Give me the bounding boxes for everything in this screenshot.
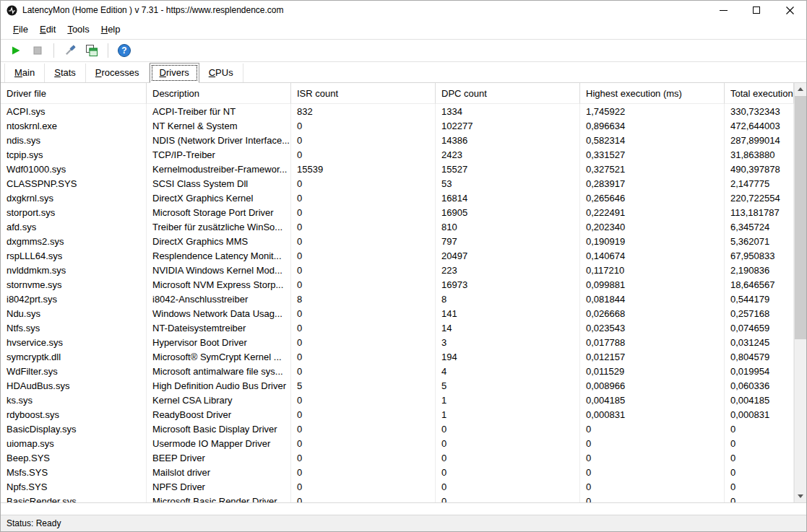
- table-row[interactable]: ACPI.sysACPI-Treiber für NT83213341,7459…: [1, 104, 794, 118]
- table-cell: 53: [436, 176, 580, 191]
- tab-processes[interactable]: Processes: [86, 64, 150, 82]
- column-header[interactable]: Total execution (ms): [725, 83, 794, 104]
- tab-stats[interactable]: Stats: [45, 64, 86, 82]
- column-header[interactable]: Highest execution (ms): [580, 83, 725, 104]
- table-cell: rdyboost.sys: [1, 407, 147, 422]
- table-cell: 0,117210: [580, 263, 725, 277]
- table-row[interactable]: i8042prt.sysi8042-Anschlusstreiber880,08…: [1, 292, 794, 306]
- table-row[interactable]: dxgkrnl.sysDirectX Graphics Kernel016814…: [1, 191, 794, 205]
- menu-item-file[interactable]: File: [7, 21, 34, 38]
- table-row[interactable]: nvlddmkm.sysNVIDIA Windows Kernel Mod...…: [1, 263, 794, 277]
- maximize-button[interactable]: [740, 1, 773, 19]
- minimize-button[interactable]: [707, 1, 740, 19]
- table-row[interactable]: ndis.sysNDIS (Network Driver Interface..…: [1, 133, 794, 147]
- menu-item-edit[interactable]: Edit: [34, 21, 61, 38]
- tab-drivers[interactable]: Drivers: [150, 63, 199, 83]
- table-cell: Npfs.SYS: [1, 479, 147, 494]
- table-row[interactable]: rdyboost.sysReadyBoost Driver010,0008310…: [1, 407, 794, 422]
- table-row[interactable]: BasicDisplay.sysMicrosoft Basic Display …: [1, 422, 794, 436]
- table-row[interactable]: WdFilter.sysMicrosoft antimalware file s…: [1, 364, 794, 378]
- stop-icon: [32, 45, 43, 56]
- drivers-table-main: Driver fileDescriptionISR countDPC count…: [1, 83, 794, 502]
- table-cell: 0,140674: [580, 248, 725, 263]
- table-cell: 0,012157: [580, 349, 725, 364]
- table-cell: Microsoft® SymCrypt Kernel ...: [147, 349, 291, 364]
- scroll-up-arrow-icon[interactable]: [795, 83, 806, 95]
- table-cell: Kernelmodustreiber-Framewor...: [147, 162, 291, 176]
- copy-report-button[interactable]: [82, 41, 101, 60]
- table-cell: 0,019954: [725, 364, 794, 378]
- table-cell: 0,081844: [580, 292, 725, 306]
- table-cell: BasicRender.sys: [1, 494, 147, 502]
- table-cell: 0: [436, 450, 580, 465]
- table-cell: 5,362071: [725, 234, 794, 248]
- table-row[interactable]: dxgmms2.sysDirectX Graphics MMS07970,190…: [1, 234, 794, 248]
- table-cell: 0: [291, 234, 436, 248]
- table-cell: 8: [436, 292, 580, 306]
- table-row[interactable]: ks.sysKernel CSA Library010,0041850,0041…: [1, 393, 794, 407]
- table-row[interactable]: Wdf01000.sysKernelmodustreiber-Framewor.…: [1, 162, 794, 176]
- table-cell: 797: [436, 234, 580, 248]
- table-cell: 0,331527: [580, 147, 725, 162]
- table-cell: 0: [291, 248, 436, 263]
- vertical-scrollbar[interactable]: [794, 83, 806, 502]
- table-cell: 16905: [436, 205, 580, 219]
- table-row[interactable]: rspLLL64.sysResplendence Latency Monit..…: [1, 248, 794, 263]
- table-cell: 0,582314: [580, 133, 725, 147]
- table-cell: 31,863880: [725, 147, 794, 162]
- help-button[interactable]: ?: [115, 41, 134, 60]
- table-cell: SCSI Class System Dll: [147, 176, 291, 191]
- table-row[interactable]: symcryptk.dllMicrosoft® SymCrypt Kernel …: [1, 349, 794, 364]
- table-row[interactable]: Beep.SYSBEEP Driver0000: [1, 450, 794, 465]
- drivers-table: Driver fileDescriptionISR countDPC count…: [1, 83, 806, 503]
- column-header[interactable]: Driver file: [1, 83, 147, 104]
- column-header[interactable]: ISR count: [291, 83, 436, 104]
- tools-button[interactable]: [61, 41, 79, 60]
- table-row[interactable]: storport.sysMicrosoft Storage Port Drive…: [1, 205, 794, 219]
- table-cell: 0: [580, 494, 725, 502]
- table-row[interactable]: tcpip.sysTCP/IP-Treiber024230,33152731,8…: [1, 147, 794, 162]
- table-cell: 0,031245: [725, 335, 794, 349]
- table-cell: 0: [436, 422, 580, 436]
- start-monitoring-button[interactable]: [7, 41, 25, 60]
- tab-main[interactable]: Main: [4, 64, 45, 82]
- stop-monitoring-button[interactable]: [28, 41, 47, 60]
- table-cell: 1334: [436, 104, 580, 118]
- table-row[interactable]: HDAudBus.sysHigh Definition Audio Bus Dr…: [1, 378, 794, 393]
- table-cell: 0: [291, 306, 436, 320]
- table-row[interactable]: BasicRender.sysMicrosoft Basic Render Dr…: [1, 494, 794, 502]
- table-row[interactable]: uiomap.sysUsermode IO Mapper Driver0000: [1, 436, 794, 450]
- table-cell: Mailslot driver: [147, 465, 291, 479]
- menu-item-tools[interactable]: Tools: [61, 21, 95, 38]
- table-row[interactable]: stornvme.sysMicrosoft NVM Express Storp.…: [1, 277, 794, 292]
- table-row[interactable]: CLASSPNP.SYSSCSI Class System Dll0530,28…: [1, 176, 794, 191]
- column-header[interactable]: DPC count: [436, 83, 580, 104]
- table-row[interactable]: Msfs.SYSMailslot driver0000: [1, 465, 794, 479]
- help-icon: ?: [117, 43, 131, 58]
- table-cell: 287,899014: [725, 133, 794, 147]
- table-cell: 0,004185: [725, 393, 794, 407]
- tab-cpus[interactable]: CPUs: [199, 64, 243, 82]
- table-cell: ks.sys: [1, 393, 147, 407]
- close-button[interactable]: [773, 1, 806, 19]
- table-cell: 0,008966: [580, 378, 725, 393]
- table-cell: dxgkrnl.sys: [1, 191, 147, 205]
- table-row[interactable]: Npfs.SYSNPFS Driver0000: [1, 479, 794, 494]
- scroll-thumb[interactable]: [795, 96, 806, 339]
- table-row[interactable]: afd.sysTreiber für zusätzliche WinSo...0…: [1, 219, 794, 234]
- menu-item-help[interactable]: Help: [95, 21, 126, 38]
- table-row[interactable]: ntoskrnl.exeNT Kernel & System01022770,8…: [1, 118, 794, 133]
- table-cell: 4: [436, 364, 580, 378]
- table-cell: Hypervisor Boot Driver: [147, 335, 291, 349]
- table-row[interactable]: Ndu.sysWindows Network Data Usag...01410…: [1, 306, 794, 320]
- column-header[interactable]: Description: [147, 83, 291, 104]
- table-cell: 2,147775: [725, 176, 794, 191]
- table-cell: Microsoft antimalware file sys...: [147, 364, 291, 378]
- table-row[interactable]: Ntfs.sysNT-Dateisystemtreiber0140,023543…: [1, 320, 794, 335]
- table-cell: 0: [725, 494, 794, 502]
- scroll-down-arrow-icon[interactable]: [795, 490, 806, 502]
- table-cell: 15539: [291, 162, 436, 176]
- tools-icon: [63, 43, 77, 58]
- table-row[interactable]: hvservice.sysHypervisor Boot Driver030,0…: [1, 335, 794, 349]
- table-cell: WdFilter.sys: [1, 364, 147, 378]
